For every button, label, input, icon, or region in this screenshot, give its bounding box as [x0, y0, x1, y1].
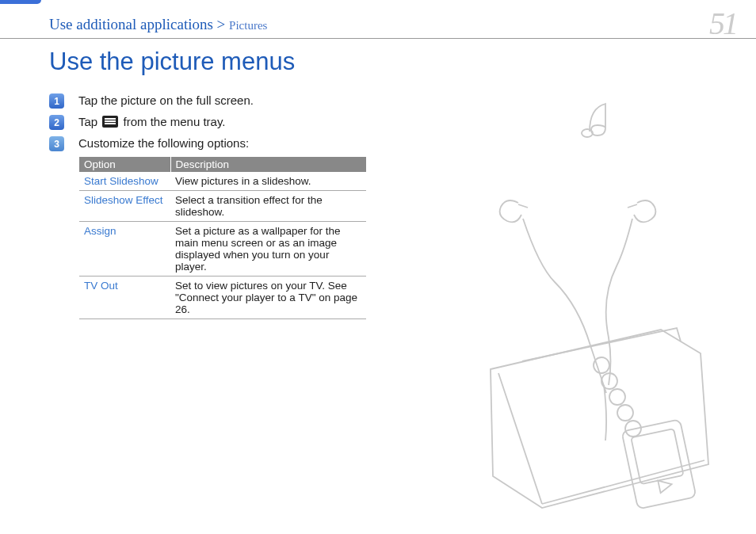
top-accent-bar — [0, 0, 41, 4]
svg-point-3 — [609, 389, 625, 405]
step-1: 1 Tap the picture on the full screen. — [49, 93, 382, 109]
step-text: Customize the following options: — [78, 136, 249, 150]
step-text: Tap from the menu tray. — [78, 115, 225, 128]
table-header-row: Option Description — [79, 157, 366, 172]
steps-list: 1 Tap the picture on the full screen. 2 … — [49, 93, 382, 158]
table-row: Slideshow Effect Select a transition eff… — [79, 191, 366, 222]
options-table: Option Description Start Slideshow View … — [79, 157, 366, 319]
option-cell: Assign — [79, 222, 170, 277]
header-divider — [0, 38, 756, 39]
step-number-badge: 2 — [49, 115, 64, 130]
breadcrumb-sub: Pictures — [229, 19, 267, 32]
svg-rect-7 — [631, 429, 683, 484]
table-header-option: Option — [79, 157, 170, 172]
step-3: 3 Customize the following options: — [49, 136, 382, 151]
step-2: 2 Tap from the menu tray. — [49, 115, 382, 130]
page-title: Use the picture menus — [49, 48, 295, 76]
breadcrumb: Use additional applications > Pictures — [49, 16, 267, 33]
table-row: TV Out Set to view pictures on your TV. … — [79, 277, 366, 319]
decorative-illustration — [479, 92, 740, 512]
option-cell: Start Slideshow — [79, 172, 170, 191]
svg-rect-6 — [621, 419, 696, 509]
description-cell: Select a transition effect for the slide… — [170, 191, 366, 222]
step-text-a: Tap — [78, 115, 101, 128]
step-number-badge: 1 — [49, 93, 64, 109]
page-number: 51 — [709, 5, 736, 42]
option-cell: TV Out — [79, 277, 170, 319]
table-header-description: Description — [170, 157, 366, 172]
description-cell: View pictures in a slideshow. — [170, 172, 366, 191]
description-cell: Set a picture as a wallpaper for the mai… — [170, 222, 366, 277]
svg-point-1 — [594, 357, 609, 373]
step-text: Tap the picture on the full screen. — [78, 93, 254, 107]
menu-icon — [102, 116, 118, 128]
svg-point-4 — [617, 405, 633, 421]
breadcrumb-main: Use additional applications > — [49, 16, 229, 32]
table-row: Start Slideshow View pictures in a slide… — [79, 172, 366, 191]
description-cell: Set to view pictures on your TV. See "Co… — [170, 277, 366, 319]
option-cell: Slideshow Effect — [79, 191, 170, 222]
table-row: Assign Set a picture as a wallpaper for … — [79, 222, 366, 277]
step-text-b: from the menu tray. — [120, 115, 225, 128]
step-number-badge: 3 — [49, 136, 64, 151]
